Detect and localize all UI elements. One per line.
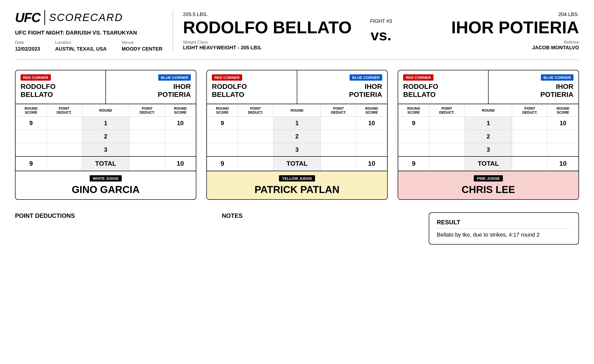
round-number: 2 — [273, 130, 321, 143]
fighter2-weight: 204 LBS. — [404, 12, 579, 17]
judge-section-3: PINK JUDGE CHRIS LEE — [398, 171, 578, 199]
deduct-right — [321, 143, 356, 157]
total-label: TOTAL — [82, 156, 129, 171]
col-round-score-left: ROUNDSCORE — [207, 104, 238, 117]
judge-badge-2: YELLOW JUDGE — [279, 175, 315, 181]
scorecards-row: RED CORNER RODOLFOBELLATO BLUE CORNER IH… — [15, 70, 579, 200]
table-row: 9 1 10 — [207, 117, 387, 130]
venue-label: Venue — [122, 40, 163, 45]
date-value: 12/02/2023 — [15, 46, 40, 52]
blue-corner-badge: BLUE CORNER — [350, 74, 382, 81]
red-corner-badge: RED CORNER — [403, 74, 433, 81]
judge-name-3: CHRIS LEE — [402, 184, 574, 195]
score-right — [548, 143, 578, 157]
table-row: 3 — [207, 143, 387, 157]
total-deduct-right — [512, 156, 548, 171]
col-round-score-left: ROUNDSCORE — [398, 104, 429, 117]
weight-class-label: Weight Class — [183, 40, 358, 45]
round-number: 3 — [273, 143, 321, 157]
table-row: 9 1 10 — [16, 117, 196, 130]
deduct-left — [46, 117, 82, 130]
score-right — [548, 130, 578, 143]
col-point-deduct-right: POINTDEDUCT. — [321, 104, 356, 117]
deduct-right — [512, 130, 548, 143]
total-left: 9 — [398, 156, 429, 171]
red-corner-3: RED CORNER RODOLFOBELLATO — [398, 70, 489, 104]
referee-value: JACOB MONTALVO — [532, 45, 579, 50]
score-table-2: ROUNDSCORE POINTDEDUCT. ROUND POINTDEDUC… — [207, 104, 387, 171]
point-deductions-title: POINT DEDUCTIONS — [15, 212, 212, 219]
deduct-left — [238, 130, 273, 143]
table-header-row: ROUNDSCORE POINTDEDUCT. ROUND POINTDEDUC… — [207, 104, 387, 117]
red-corner-badge: RED CORNER — [212, 74, 242, 81]
date-meta: Date 12/02/2023 — [15, 40, 40, 52]
col-round: ROUND — [82, 104, 129, 117]
col-round-score-right: ROUNDSCORE — [356, 104, 387, 117]
fighter2-corner-name: IHORPOTIERIA — [111, 83, 191, 99]
notes-section: NOTES — [222, 212, 419, 223]
table-header-row: ROUNDSCORE POINTDEDUCT. ROUND POINTDEDUC… — [398, 104, 578, 117]
total-deduct-right — [129, 156, 165, 171]
score-right — [356, 143, 387, 157]
card-header-3: RED CORNER RODOLFOBELLATO BLUE CORNER IH… — [398, 70, 578, 104]
col-point-deduct-left: POINTDEDUCT. — [46, 104, 82, 117]
fighter2-section: 204 LBS. IHOR POTIERIA Referee JACOB MON… — [404, 12, 579, 51]
deduct-right — [512, 117, 548, 130]
fighter1-weight: 205.5 LBS. — [183, 12, 358, 17]
total-left: 9 — [16, 156, 47, 171]
header: UFC SCORECARD UFC FIGHT NIGHT: DARIUSH V… — [15, 10, 579, 60]
blue-corner-badge: BLUE CORNER — [158, 74, 191, 81]
col-point-deduct-right: POINTDEDUCT. — [512, 104, 548, 117]
deduct-right — [129, 130, 165, 143]
total-row: 9 TOTAL 10 — [207, 156, 387, 171]
judge-name-2: PATRICK PATLAN — [211, 184, 383, 195]
fighter1-corner-name: RODOLFOBELLATO — [21, 83, 100, 99]
judge-badge-1: WHITE JUDGE — [90, 175, 122, 181]
judge-badge-3: PINK JUDGE — [474, 175, 503, 181]
deduct-left — [46, 143, 82, 157]
deduct-left — [429, 130, 465, 143]
score-right: 10 — [165, 117, 196, 130]
total-left: 9 — [207, 156, 238, 171]
total-right: 10 — [356, 156, 387, 171]
weight-class-value: LIGHT HEAVYWEIGHT - 205 LBS. — [183, 45, 262, 50]
fighter1-section: 205.5 LBS. RODOLFO BELLATO Weight Class … — [183, 12, 358, 51]
deduct-left — [429, 117, 465, 130]
deduct-right — [129, 143, 165, 157]
col-round-score-right: ROUNDSCORE — [165, 104, 196, 117]
deduct-right — [512, 143, 548, 157]
score-right — [165, 130, 196, 143]
event-title: UFC FIGHT NIGHT: DARIUSH VS. TSARUKYAN — [15, 30, 163, 36]
table-row: 2 — [398, 130, 578, 143]
notes-title: NOTES — [222, 212, 419, 219]
table-row: 2 — [207, 130, 387, 143]
total-row: 9 TOTAL 10 — [16, 156, 196, 171]
total-deduct-left — [46, 156, 82, 171]
col-round-score-left: ROUNDSCORE — [16, 104, 47, 117]
total-deduct-left — [429, 156, 465, 171]
referee-label: Referee — [404, 40, 579, 45]
score-right — [165, 143, 196, 157]
round-number: 2 — [465, 130, 512, 143]
col-point-deduct-left: POINTDEDUCT. — [238, 104, 273, 117]
deduct-right — [321, 117, 356, 130]
col-round-score-right: ROUNDSCORE — [548, 104, 578, 117]
judge-name-1: GINO GARCIA — [20, 184, 192, 195]
red-corner-2: RED CORNER RODOLFOBELLATO — [207, 70, 297, 104]
score-left — [398, 143, 429, 157]
vs-text: vs. — [370, 27, 392, 44]
bottom-row: POINT DEDUCTIONS NOTES RESULT Bellato by… — [15, 212, 579, 245]
total-right: 10 — [548, 156, 578, 171]
result-text: Bellato by tko, due to strikes, 4:17 rou… — [437, 232, 571, 238]
card-header-2: RED CORNER RODOLFOBELLATO BLUE CORNER IH… — [207, 70, 387, 104]
card-header-1: RED CORNER RODOLFOBELLATO BLUE CORNER IH… — [16, 70, 196, 104]
col-point-deduct-right: POINTDEDUCT. — [129, 104, 165, 117]
score-right: 10 — [548, 117, 578, 130]
scorecard-card-3: RED CORNER RODOLFOBELLATO BLUE CORNER IH… — [398, 70, 579, 200]
fighter2-corner-name: IHORPOTIERIA — [302, 83, 382, 99]
event-meta: Date 12/02/2023 Location AUSTIN, TEXAS, … — [15, 40, 163, 52]
score-left — [16, 143, 47, 157]
score-left: 9 — [398, 117, 429, 130]
fighter1-corner-name: RODOLFOBELLATO — [403, 83, 483, 99]
deduct-right — [321, 130, 356, 143]
